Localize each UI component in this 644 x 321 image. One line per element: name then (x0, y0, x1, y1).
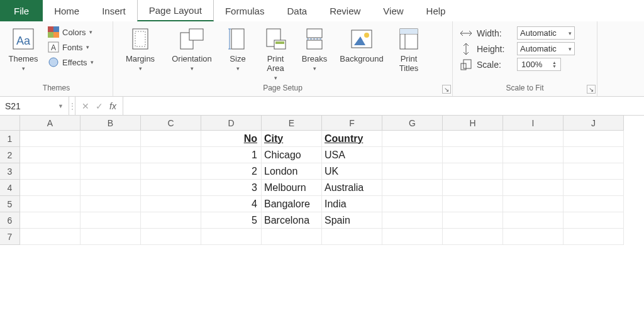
scale-spinner[interactable]: 100%▲▼ (517, 58, 561, 71)
breaks-button[interactable]: Breaks ▾ (297, 24, 332, 72)
themes-button[interactable]: Aa Themes ▾ (5, 24, 42, 72)
cell[interactable] (382, 180, 443, 196)
cell[interactable] (141, 212, 201, 229)
cell[interactable] (564, 212, 624, 229)
cell[interactable]: Country (322, 131, 382, 147)
cell[interactable]: City (262, 131, 322, 147)
col-header[interactable]: H (443, 116, 503, 131)
cell[interactable] (503, 131, 564, 147)
cell[interactable] (503, 229, 564, 245)
spinner-down-icon[interactable]: ▼ (552, 65, 557, 68)
cell[interactable] (141, 196, 201, 212)
cell[interactable]: Australia (322, 180, 382, 196)
margins-button[interactable]: Margins ▾ (118, 24, 162, 72)
cell[interactable] (20, 229, 80, 245)
cell[interactable] (80, 147, 141, 163)
cell[interactable] (141, 163, 201, 180)
col-header[interactable]: J (564, 116, 624, 131)
cell[interactable] (20, 163, 80, 180)
cell[interactable] (141, 147, 201, 163)
col-header[interactable]: I (503, 116, 564, 131)
scale-launcher[interactable]: ↘ (587, 85, 596, 94)
cell[interactable] (443, 147, 503, 163)
cell[interactable]: 4 (201, 196, 262, 212)
cell[interactable] (503, 147, 564, 163)
cell[interactable] (564, 196, 624, 212)
row-header[interactable]: 3 (0, 163, 20, 180)
tab-help[interactable]: Help (415, 0, 457, 21)
print-area-button[interactable]: Print Area ▾ (258, 24, 293, 81)
page-setup-launcher[interactable]: ↘ (442, 85, 451, 94)
cell[interactable] (503, 163, 564, 180)
cell[interactable] (443, 196, 503, 212)
tab-insert[interactable]: Insert (91, 0, 137, 21)
cell[interactable]: India (322, 196, 382, 212)
cell[interactable] (141, 131, 201, 147)
tab-data[interactable]: Data (275, 0, 318, 21)
cell[interactable]: 2 (201, 163, 262, 180)
fx-icon[interactable]: fx (109, 101, 116, 111)
cell[interactable] (443, 131, 503, 147)
cell[interactable] (20, 147, 80, 163)
chevron-down-icon[interactable]: ▼ (58, 103, 64, 109)
cell[interactable] (564, 229, 624, 245)
theme-colors-button[interactable]: Colors ▾ (45, 25, 96, 39)
cell[interactable]: 3 (201, 180, 262, 196)
cell[interactable] (382, 229, 443, 245)
cell[interactable] (80, 131, 141, 147)
formula-input[interactable] (123, 97, 644, 115)
cell[interactable] (382, 212, 443, 229)
name-box[interactable]: S21 ▼ (0, 97, 69, 115)
cell[interactable] (564, 163, 624, 180)
col-header[interactable]: G (382, 116, 443, 131)
col-header[interactable]: A (20, 116, 80, 131)
print-titles-button[interactable]: Print Titles (391, 24, 426, 73)
cell[interactable] (443, 163, 503, 180)
background-button[interactable]: Background (336, 24, 387, 63)
cell[interactable]: Melbourn (262, 180, 322, 196)
cell[interactable] (80, 196, 141, 212)
cell[interactable]: London (262, 163, 322, 180)
tab-file[interactable]: File (0, 0, 43, 21)
cell[interactable] (503, 196, 564, 212)
col-header[interactable]: C (141, 116, 201, 131)
cell[interactable]: 5 (201, 212, 262, 229)
cell[interactable] (443, 212, 503, 229)
tab-home[interactable]: Home (43, 0, 91, 21)
cell[interactable] (443, 180, 503, 196)
cell[interactable] (20, 212, 80, 229)
cell[interactable] (503, 180, 564, 196)
cell[interactable] (564, 131, 624, 147)
cancel-icon[interactable]: ✕ (82, 101, 89, 111)
cell[interactable] (80, 163, 141, 180)
cell[interactable] (20, 180, 80, 196)
col-header[interactable]: D (201, 116, 262, 131)
cell[interactable] (322, 229, 382, 245)
cell[interactable]: UK (322, 163, 382, 180)
orientation-button[interactable]: Orientation ▾ (166, 24, 218, 72)
cell[interactable] (262, 229, 322, 245)
tab-review[interactable]: Review (318, 0, 372, 21)
cell[interactable] (201, 229, 262, 245)
cell[interactable] (80, 229, 141, 245)
col-header[interactable]: E (262, 116, 322, 131)
cell[interactable] (382, 196, 443, 212)
cell[interactable] (382, 147, 443, 163)
cell[interactable] (503, 212, 564, 229)
cell[interactable]: Bangalore (262, 196, 322, 212)
row-header[interactable]: 7 (0, 229, 20, 245)
cell[interactable]: Spain (322, 212, 382, 229)
enter-icon[interactable]: ✓ (96, 101, 103, 111)
cell[interactable] (20, 196, 80, 212)
row-header[interactable]: 2 (0, 147, 20, 163)
cell[interactable] (564, 180, 624, 196)
size-button[interactable]: Size ▾ (221, 24, 254, 72)
cell[interactable] (382, 163, 443, 180)
cell[interactable]: Barcelona (262, 212, 322, 229)
cell[interactable]: Chicago (262, 147, 322, 163)
height-select[interactable]: Automatic▾ (517, 42, 575, 55)
tab-page-layout[interactable]: Page Layout (137, 0, 214, 21)
col-header[interactable]: B (80, 116, 141, 131)
cell[interactable] (382, 131, 443, 147)
cell[interactable] (141, 180, 201, 196)
